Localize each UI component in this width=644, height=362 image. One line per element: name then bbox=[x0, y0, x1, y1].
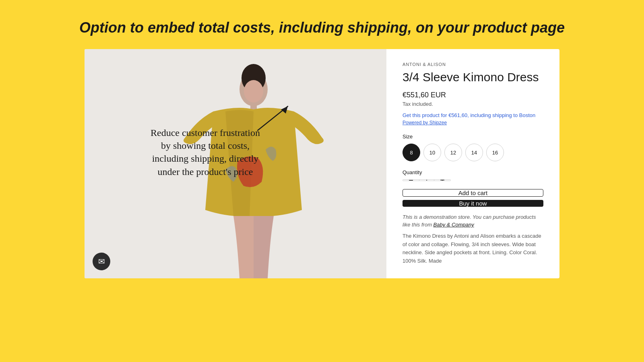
product-price: €551,60 EUR bbox=[402, 91, 543, 99]
product-card: Reduce customer frustration by showing t… bbox=[85, 49, 559, 278]
annotation-bubble: Reduce customer frustration by showing t… bbox=[149, 126, 262, 179]
arrow-icon bbox=[254, 102, 294, 134]
quantity-control: − 1 + bbox=[402, 179, 451, 181]
size-btn-16[interactable]: 16 bbox=[486, 144, 504, 161]
size-btn-12[interactable]: 12 bbox=[444, 144, 462, 161]
svg-rect-3 bbox=[250, 65, 258, 77]
demo-notice: This is a demonstration store. You can p… bbox=[402, 213, 543, 229]
svg-point-4 bbox=[244, 80, 263, 103]
quantity-increase-button[interactable]: + bbox=[434, 179, 450, 181]
shipping-info[interactable]: Get this product for €561,60, including … bbox=[402, 112, 543, 119]
quantity-value: 1 bbox=[419, 179, 434, 181]
chat-icon[interactable]: ✉ bbox=[93, 253, 110, 270]
brand-name: ANTONI & ALISON bbox=[402, 62, 543, 67]
annotation-text: Reduce customer frustration by showing t… bbox=[149, 126, 262, 179]
powered-by-link[interactable]: Powered by Shipzee bbox=[402, 120, 543, 125]
tax-info: Tax included. bbox=[402, 101, 543, 107]
product-image-section: Reduce customer frustration by showing t… bbox=[85, 49, 386, 278]
size-btn-8[interactable]: 8 bbox=[402, 144, 420, 161]
svg-marker-7 bbox=[281, 106, 288, 113]
product-description: The Kimono Dress by Antoni and Alison em… bbox=[402, 232, 543, 265]
size-btn-14[interactable]: 14 bbox=[465, 144, 483, 161]
quantity-label: Quantity bbox=[402, 169, 543, 175]
product-image-placeholder: Reduce customer frustration by showing t… bbox=[85, 49, 386, 278]
size-label: Size bbox=[402, 134, 543, 140]
buy-now-button[interactable]: Buy it now bbox=[402, 200, 543, 207]
demo-store-link[interactable]: Baby & Company bbox=[433, 222, 474, 228]
quantity-decrease-button[interactable]: − bbox=[403, 179, 419, 181]
product-details: ANTONI & ALISON 3/4 Sleeve Kimono Dress … bbox=[386, 49, 559, 278]
page-title: Option to embed total costs, including s… bbox=[63, 0, 581, 49]
add-to-cart-button[interactable]: Add to cart bbox=[402, 189, 543, 197]
chat-icon-symbol: ✉ bbox=[98, 257, 105, 266]
size-btn-10[interactable]: 10 bbox=[423, 144, 441, 161]
product-name: 3/4 Sleeve Kimono Dress bbox=[402, 70, 543, 84]
size-options: 8 10 12 14 16 bbox=[402, 144, 543, 161]
